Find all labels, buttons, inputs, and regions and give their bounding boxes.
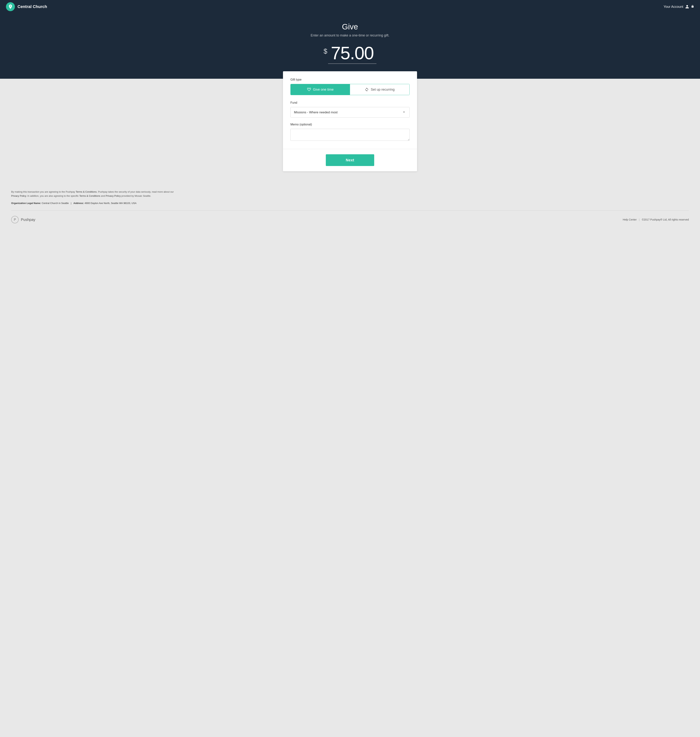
pushpay-brand: P Pushpay — [11, 216, 35, 223]
page-title: Give — [4, 22, 696, 31]
user-icon — [685, 4, 689, 9]
account-area[interactable]: Your Account — [664, 4, 694, 9]
header: Central Church Your Account — [0, 0, 700, 13]
gift-type-toggle: Give one time Set up recurring — [290, 84, 410, 95]
header-left: Central Church — [6, 2, 47, 11]
fund-select-wrapper: Missions - Where needed most General Fun… — [290, 107, 410, 117]
card-footer: Next — [283, 149, 417, 171]
org-name: Central Church — [18, 4, 47, 9]
logo-icon — [8, 4, 13, 9]
org-address: 4900 Dayton Ave North, Seattle WA 98103,… — [85, 202, 137, 204]
privacy-link-2[interactable]: Privacy Policy — [106, 194, 121, 197]
hand-heart-icon — [307, 88, 311, 92]
legal-text: By making this transaction you are agree… — [11, 190, 179, 198]
card-body: Gift type Give one time Set up recurring — [283, 71, 417, 149]
footer-links: Help Center | ©2017 Pushpay® Ltd, All ri… — [623, 218, 689, 221]
pushpay-name: Pushpay — [21, 217, 35, 222]
fund-select[interactable]: Missions - Where needed most General Fun… — [291, 107, 409, 117]
terms-link-2[interactable]: Terms & Conditions — [79, 194, 100, 197]
footer-divider — [11, 210, 689, 211]
next-button[interactable]: Next — [326, 154, 374, 166]
set-up-recurring-button[interactable]: Set up recurring — [350, 84, 409, 95]
give-one-time-label: Give one time — [313, 88, 334, 92]
account-label: Your Account — [664, 5, 683, 9]
terms-link[interactable]: Terms & Conditions — [76, 190, 97, 193]
fund-section: Fund Missions - Where needed most Genera… — [290, 101, 410, 117]
pushpay-letter: P — [14, 218, 16, 222]
hero-section: Give Enter an amount to make a one-time … — [0, 13, 700, 79]
lock-icon — [691, 5, 694, 9]
currency-symbol: $ — [324, 47, 327, 55]
pushpay-logo-icon: P — [11, 216, 19, 223]
memo-label: Memo (optional) — [290, 123, 410, 126]
help-center-link[interactable]: Help Center — [623, 218, 637, 221]
recurring-label: Set up recurring — [371, 88, 394, 92]
org-legal-name: Central Church in Seattle — [42, 202, 69, 204]
org-info: Organization Legal Name: Central Church … — [11, 202, 689, 204]
give-one-time-button[interactable]: Give one time — [291, 84, 350, 95]
page-footer: By making this transaction you are agree… — [0, 182, 700, 231]
org-logo — [6, 2, 15, 11]
hero-subtitle: Enter an amount to make a one-time or re… — [4, 34, 696, 37]
org-name-label: Organization Legal Name: — [11, 202, 41, 204]
card-wrapper: Gift type Give one time Set up recurring — [0, 79, 700, 182]
fund-label: Fund — [290, 101, 410, 104]
gift-type-section: Gift type Give one time Set up recurring — [290, 78, 410, 95]
pushpay-footer: P Pushpay Help Center | ©2017 Pushpay® L… — [11, 216, 689, 231]
amount-value[interactable]: 75.00 — [328, 44, 376, 64]
memo-section: Memo (optional) — [290, 123, 410, 141]
copyright-text: ©2017 Pushpay® Ltd, All rights reserved — [642, 218, 689, 221]
memo-input[interactable] — [290, 129, 410, 141]
gift-type-label: Gift type — [290, 78, 410, 81]
recurring-icon — [365, 88, 369, 92]
footer-separator: | — [639, 218, 640, 221]
amount-display: $ 75.00 — [4, 44, 696, 64]
privacy-link[interactable]: Privacy Policy — [11, 194, 26, 197]
main-card: Gift type Give one time Set up recurring — [283, 71, 417, 171]
address-label: Address: — [74, 202, 84, 204]
